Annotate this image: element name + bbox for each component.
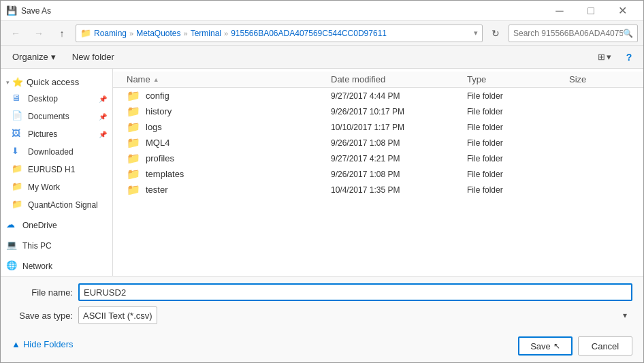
- file-name-cell: 📁templates: [127, 168, 331, 180]
- hide-folders-button[interactable]: ▲ Hide Folders: [12, 339, 74, 349]
- sidebar-item-eurusd[interactable]: 📁 EURUSD H1: [1, 161, 112, 178]
- thispc-icon: 💻: [6, 240, 18, 252]
- sidebar-thispc-label: This PC: [22, 241, 107, 251]
- documents-icon: 📄: [12, 110, 24, 123]
- folder-icon: 📁: [127, 152, 140, 165]
- folder-icon: 📁: [127, 121, 140, 133]
- sidebar: ▾ ⭐ Quick access 🖥 Desktop 📌 📄 Documents…: [1, 69, 113, 276]
- sort-icon: ▲: [153, 76, 159, 83]
- filename-row: File name:: [12, 283, 632, 301]
- savetype-select[interactable]: ASCII Text (*.csv): [78, 306, 157, 324]
- header-date[interactable]: Date modified: [331, 74, 467, 84]
- file-size-cell: [569, 168, 637, 180]
- filename-label: File name:: [12, 287, 73, 298]
- search-box[interactable]: 🔍: [509, 25, 638, 42]
- folder-icon: 📁: [127, 89, 140, 102]
- sidebar-item-downloaded[interactable]: ⬇ Downloaded: [1, 143, 112, 161]
- file-type-cell: File folder: [467, 152, 569, 165]
- thispc-section: 💻 This PC: [1, 237, 112, 255]
- sep-2: »: [184, 29, 188, 37]
- window-icon: 💾: [6, 5, 17, 16]
- sidebar-onedrive-label: OneDrive: [22, 221, 107, 230]
- minimize-button[interactable]: ─: [544, 1, 575, 21]
- help-button[interactable]: ?: [620, 48, 638, 66]
- header-size[interactable]: Size: [569, 74, 637, 84]
- file-type-cell: File folder: [467, 89, 569, 102]
- main-area: Name ▲ Date modified Type Size 📁config: [113, 69, 643, 276]
- organize-button[interactable]: Organize ▾: [6, 48, 62, 66]
- file-row[interactable]: 📁MQL4 9/26/2017 1:08 PM File folder: [113, 135, 643, 151]
- cancel-button[interactable]: Cancel: [578, 336, 632, 356]
- file-date-cell: 9/26/2017 1:08 PM: [331, 136, 467, 149]
- sep-1: »: [129, 29, 133, 37]
- titlebar-controls: ─ □ ✕: [544, 1, 638, 21]
- savetype-wrapper: ASCII Text (*.csv): [78, 306, 632, 324]
- file-row[interactable]: 📁logs 10/10/2017 1:17 PM File folder: [113, 119, 643, 135]
- second-toolbar: Organize ▾ New folder ⊞ ▾ ?: [1, 46, 643, 69]
- addr-hash[interactable]: 915566BA06ADA407569C544CC0D97611: [231, 29, 387, 38]
- header-type[interactable]: Type: [467, 74, 569, 84]
- search-input[interactable]: [513, 29, 623, 38]
- sidebar-item-onedrive[interactable]: ☁ OneDrive: [1, 217, 112, 234]
- view-options[interactable]: ⊞ ▾: [593, 48, 616, 66]
- file-size-cell: [569, 121, 637, 133]
- quick-access-header[interactable]: ▾ ⭐ Quick access: [1, 74, 112, 90]
- desktop-icon: 🖥: [12, 93, 24, 105]
- onedrive-icon: ☁: [6, 219, 18, 232]
- file-name-cell: 📁logs: [127, 121, 331, 133]
- sidebar-documents-label: Documents: [28, 112, 99, 121]
- save-label: Save: [530, 341, 551, 351]
- refresh-button[interactable]: ↻: [487, 25, 504, 42]
- file-name-cell: 📁config: [127, 89, 331, 102]
- sidebar-item-thispc[interactable]: 💻 This PC: [1, 237, 112, 255]
- file-row[interactable]: 📁templates 9/26/2017 1:08 PM File folder: [113, 166, 643, 182]
- back-button[interactable]: ←: [6, 25, 25, 42]
- header-name[interactable]: Name ▲: [127, 74, 331, 84]
- quantaction-folder-icon: 📁: [12, 199, 24, 211]
- address-dropdown-icon[interactable]: ▾: [474, 29, 478, 37]
- quick-access-label: Quick access: [27, 77, 79, 87]
- file-name-cell: 📁tester: [127, 183, 331, 196]
- organize-dropdown-icon: ▾: [51, 52, 56, 62]
- save-cursor-icon: ↖: [553, 341, 560, 351]
- new-folder-button[interactable]: New folder: [66, 48, 120, 66]
- hide-folders-icon: ▲: [12, 339, 20, 349]
- form-actions: Save ↖ Cancel: [518, 336, 632, 356]
- close-button[interactable]: ✕: [607, 1, 638, 21]
- sidebar-item-mywork[interactable]: 📁 My Work: [1, 178, 112, 196]
- folder-icon: 📁: [127, 168, 140, 180]
- filename-input[interactable]: [78, 283, 632, 301]
- addr-metaquotes[interactable]: MetaQuotes: [136, 29, 180, 38]
- forward-button[interactable]: →: [29, 25, 48, 42]
- up-button[interactable]: ↑: [52, 25, 71, 42]
- addr-terminal[interactable]: Terminal: [191, 29, 221, 38]
- desktop-pin-icon: 📌: [99, 95, 107, 103]
- addr-roaming[interactable]: Roaming: [94, 29, 127, 38]
- save-as-dialog: 💾 Save As ─ □ ✕ ← → ↑ 📁 Roaming » MetaQu…: [0, 0, 644, 363]
- sidebar-item-network[interactable]: 🌐 Network: [1, 257, 112, 275]
- folder-nav-icon: 📁: [80, 28, 91, 38]
- sidebar-item-quantaction[interactable]: 📁 QuantAction Signal: [1, 196, 112, 214]
- file-size-cell: [569, 89, 637, 102]
- sidebar-item-desktop[interactable]: 🖥 Desktop 📌: [1, 90, 112, 108]
- sidebar-mywork-label: My Work: [28, 183, 107, 192]
- sep-3: »: [224, 29, 228, 37]
- sidebar-pictures-label: Pictures: [28, 129, 99, 139]
- file-size-cell: [569, 183, 637, 196]
- file-row[interactable]: 📁config 9/27/2017 4:44 PM File folder: [113, 88, 643, 104]
- address-bar[interactable]: 📁 Roaming » MetaQuotes » Terminal » 9155…: [76, 25, 483, 42]
- content-area: ▾ ⭐ Quick access 🖥 Desktop 📌 📄 Documents…: [1, 69, 643, 276]
- file-date-cell: 9/27/2017 4:44 PM: [331, 89, 467, 102]
- maximize-button[interactable]: □: [575, 1, 607, 21]
- file-row[interactable]: 📁history 9/26/2017 10:17 PM File folder: [113, 104, 643, 119]
- save-button[interactable]: Save ↖: [518, 336, 573, 356]
- sidebar-item-pictures[interactable]: 🖼 Pictures 📌: [1, 125, 112, 143]
- documents-pin-icon: 📌: [99, 113, 107, 121]
- search-icon: 🔍: [623, 29, 633, 38]
- file-row[interactable]: 📁tester 10/4/2017 1:35 PM File folder: [113, 182, 643, 198]
- titlebar: 💾 Save As ─ □ ✕: [1, 1, 643, 21]
- sidebar-item-documents[interactable]: 📄 Documents 📌: [1, 108, 112, 125]
- savetype-row: Save as type: ASCII Text (*.csv): [12, 306, 632, 324]
- file-row[interactable]: 📁profiles 9/27/2017 4:21 PM File folder: [113, 151, 643, 166]
- quick-access-collapse-icon: ▾: [6, 79, 10, 86]
